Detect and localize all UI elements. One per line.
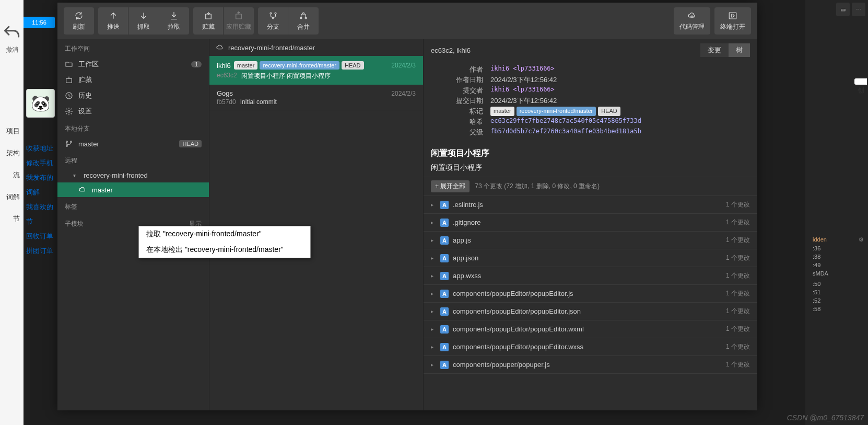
toolbar: 刷新 推送 抓取 拉取 贮藏 应用贮藏 分支 合并 代码管理 终端打开	[57, 3, 757, 39]
head-badge: HEAD	[179, 140, 202, 147]
file-row[interactable]: ▸Acomponents/popupEditor/popupEditor.wxm…	[424, 320, 757, 338]
sidebar-item-remote-master[interactable]: master	[57, 182, 209, 197]
sidebar-item-workarea[interactable]: 工作区1	[57, 56, 209, 72]
file-name: app.js	[453, 236, 471, 244]
chevron-right-icon: ▸	[431, 308, 436, 314]
change-stats: 73 个更改 (72 增加, 1 删除, 0 修改, 0 重命名)	[475, 182, 600, 191]
workspace-section: 工作空间	[57, 39, 209, 56]
chevron-right-icon: ▸	[431, 220, 436, 225]
added-badge: A	[440, 219, 449, 227]
bg-link[interactable]: 回收订单	[26, 229, 57, 244]
commit-meta: 作者ikhi6 <lp7331666> 作者日期2024/2/3下午12:56:…	[424, 61, 757, 144]
chevron-right-icon: ▸	[431, 202, 436, 208]
commit-author: ikhi6	[217, 62, 231, 70]
file-changes: 1 个更改	[726, 200, 750, 209]
bg-link[interactable]: 词解	[26, 185, 57, 200]
added-badge: A	[440, 236, 449, 245]
commit-date: 2024/2/3	[391, 62, 416, 69]
refresh-button[interactable]: 刷新	[64, 7, 94, 35]
file-changes: 1 个更改	[726, 236, 750, 245]
file-name: components/popupEditor/popupEditor.wxml	[453, 325, 584, 333]
commit-author: Gogs	[217, 89, 233, 97]
file-changes: 1 个更改	[726, 307, 750, 316]
tags-section: 标签	[57, 197, 209, 214]
file-name: components/popupEditor/popupEditor.wxss	[453, 343, 583, 351]
commit-list-body: ikhi6masterrecovery-mini-fronted/masterH…	[209, 56, 423, 110]
editor-bg-right: ▭ ⋯ 创 idden⚙:36:38:49sMDA:50:51:52:58	[805, 0, 868, 425]
chevron-right-icon: ▸	[431, 344, 436, 350]
terminal-button[interactable]: 终端打开	[714, 7, 751, 35]
undo-button[interactable]: 撤消	[0, 21, 24, 54]
chevron-right-icon: ▸	[431, 237, 436, 243]
chevron-down-icon: ▾	[73, 173, 78, 178]
cloud-icon	[216, 43, 224, 52]
avatar: 🐼	[26, 89, 55, 118]
detail-header: ec63c2, ikhi6 变更 树	[424, 39, 757, 61]
sidebar-item-settings[interactable]: 设置	[57, 104, 209, 119]
bg-link[interactable]: 我发布的	[26, 170, 57, 185]
stash-icon	[65, 76, 73, 84]
tab-tree[interactable]: 树	[729, 43, 750, 57]
file-name: .eslintrc.js	[453, 201, 483, 209]
expand-all-button[interactable]: + 展开全部	[431, 180, 470, 192]
git-window: 刷新 推送 抓取 拉取 贮藏 应用贮藏 分支 合并 代码管理 终端打开 工作空间…	[57, 3, 757, 410]
sidebar: 工作空间 工作区1 贮藏 历史 设置 本地分支 masterHEAD	[57, 39, 209, 410]
sidebar-item-stash[interactable]: 贮藏	[57, 72, 209, 88]
bg-link[interactable]: 节	[26, 214, 57, 229]
bg-link[interactable]: 我喜欢的	[26, 200, 57, 214]
bg-link[interactable]: 拼团订单	[26, 244, 57, 258]
device-time: 11:56	[24, 17, 55, 28]
file-row[interactable]: ▸Aapp.js1 个更改	[424, 232, 757, 249]
file-name: app.wxss	[453, 272, 481, 280]
branch-button[interactable]: 分支	[258, 7, 288, 35]
file-row[interactable]: ▸Acomponents/popupEditor/popupEditor.wxs…	[424, 338, 757, 356]
commit-subtitle: 闲置项目小程序	[424, 163, 757, 177]
file-row[interactable]: ▸Aapp.json1 个更改	[424, 249, 757, 267]
file-row[interactable]: ▸A.eslintrc.js1 个更改	[424, 196, 757, 214]
chevron-right-icon: ▸	[431, 362, 436, 367]
ctx-pull[interactable]: 拉取 "recovery-mini-fronted/master"	[139, 226, 310, 242]
file-name: components/popuper/popuper.js	[453, 361, 550, 369]
svg-point-8	[68, 110, 70, 112]
svg-rect-6	[729, 13, 736, 19]
tag-master: master	[490, 107, 514, 116]
ctx-checkout[interactable]: 在本地检出 "recovery-mini-fronted/master"	[139, 242, 310, 258]
file-changes: 1 个更改	[726, 325, 750, 334]
file-row[interactable]: ▸Acomponents/popuper/popuper.js1 个更改	[424, 356, 757, 374]
pull-button[interactable]: 拉取	[159, 7, 189, 35]
file-row[interactable]: ▸Acomponents/popupEditor/popupEditor.js1…	[424, 285, 757, 303]
stash-button[interactable]: 贮藏	[193, 7, 224, 35]
chevron-right-icon: ▸	[431, 326, 436, 332]
bg-link[interactable]: 收获地址	[26, 141, 57, 156]
panel-icon[interactable]: ▭	[836, 3, 850, 16]
file-row[interactable]: ▸Aapp.wxss1 个更改	[424, 267, 757, 285]
bg-link[interactable]: 修改手机	[26, 156, 57, 170]
sidebar-item-remote[interactable]: ▾ recovery-mini-fronted	[57, 168, 209, 182]
chevron-right-icon: ▸	[431, 273, 436, 279]
file-row[interactable]: ▸A.gitignore1 个更改	[424, 214, 757, 232]
menu-icon[interactable]: ⋯	[852, 3, 865, 16]
merge-button[interactable]: 合并	[288, 7, 319, 35]
chevron-right-icon: ▸	[431, 255, 436, 261]
create-button[interactable]: 创	[854, 78, 867, 85]
workarea-badge: 1	[191, 61, 202, 67]
watermark: CSDN @m0_67513847	[787, 413, 864, 422]
commit-tag: HEAD	[342, 61, 364, 70]
tab-changes[interactable]: 变更	[700, 43, 729, 57]
file-name: app.json	[453, 254, 478, 262]
file-name: components/popupEditor/popupEditor.json	[453, 307, 581, 315]
fetch-button[interactable]: 抓取	[128, 7, 159, 35]
bg-left-labels: 项目架构流词解节	[0, 120, 21, 230]
file-row[interactable]: ▸Acomponents/popupEditor/popupEditor.jso…	[424, 303, 757, 320]
apply-stash-button: 应用贮藏	[224, 7, 254, 35]
context-menu: 拉取 "recovery-mini-fronted/master" 在本地检出 …	[138, 226, 311, 258]
commit-item[interactable]: Gogs2024/2/3fb57d0Initial commit	[209, 85, 423, 110]
push-button[interactable]: 推送	[98, 7, 128, 35]
commit-hash: ec63c2	[217, 72, 237, 81]
sidebar-item-local-master[interactable]: masterHEAD	[57, 136, 209, 151]
commit-item[interactable]: ikhi6masterrecovery-mini-fronted/masterH…	[209, 56, 423, 85]
repo-manage-button[interactable]: 代码管理	[674, 7, 710, 35]
sidebar-item-history[interactable]: 历史	[57, 88, 209, 104]
added-badge: A	[440, 307, 449, 316]
file-name: components/popupEditor/popupEditor.js	[453, 290, 573, 297]
